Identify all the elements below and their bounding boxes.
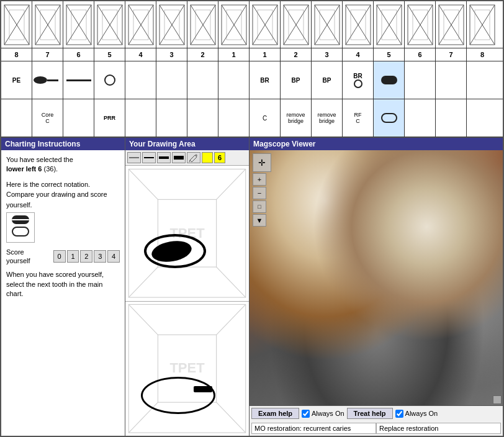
svg-line-61	[315, 5, 327, 25]
status-c[interactable]: C	[250, 99, 281, 137]
svg-line-68	[358, 5, 371, 25]
status-cell-pe[interactable]: PE	[1, 61, 32, 99]
status-cell-br-left[interactable]: BR	[250, 61, 281, 99]
tooth-cell-14[interactable]	[405, 1, 436, 48]
num-7r[interactable]: 7	[436, 48, 467, 61]
status-cell-highlighted[interactable]	[374, 61, 405, 99]
treat-always-on-checkbox[interactable]	[395, 410, 403, 418]
score-btn-4[interactable]: 4	[107, 250, 120, 263]
num-6r[interactable]: 6	[405, 48, 436, 61]
tooth-cell-7[interactable]	[187, 1, 218, 48]
nav-square-btn[interactable]: □	[253, 200, 266, 213]
svg-line-33	[160, 25, 172, 45]
svg-line-103	[217, 169, 246, 199]
status-2-6[interactable]	[156, 99, 187, 137]
num-7l[interactable]: 7	[32, 48, 63, 61]
drawing-content[interactable]: TPET TPET	[125, 166, 249, 436]
score-btn-1[interactable]: 1	[67, 250, 79, 263]
status-remove-bridge2[interactable]: remove bridge	[312, 99, 343, 137]
status-cell-15[interactable]	[436, 61, 467, 99]
tooth-cell-12[interactable]	[343, 1, 374, 48]
num-8r[interactable]: 8	[467, 48, 498, 61]
num-1l[interactable]: 1	[218, 48, 250, 61]
perspective-lines-top	[125, 166, 249, 301]
status-cell-oval-dark[interactable]	[32, 61, 63, 99]
status-cell-br-right[interactable]: BR	[343, 61, 374, 99]
num-3l[interactable]: 3	[156, 48, 187, 61]
status-2-8[interactable]	[218, 99, 250, 137]
status-core-c[interactable]: Core C	[32, 99, 63, 137]
svg-line-10	[48, 25, 60, 45]
status-2-1[interactable]	[1, 99, 32, 137]
tooth-cell-1[interactable]	[1, 1, 32, 48]
num-2l[interactable]: 2	[187, 48, 218, 61]
svg-line-92	[482, 5, 495, 25]
status-2-7[interactable]	[187, 99, 218, 137]
status-cell-5[interactable]	[125, 61, 156, 99]
nav-minus-btn[interactable]: −	[253, 187, 266, 199]
nav-cross-btn[interactable]: ✛	[253, 153, 271, 172]
num-6l[interactable]: 6	[63, 48, 94, 61]
svg-line-32	[172, 5, 184, 25]
status-2-3[interactable]	[63, 99, 94, 137]
score-btn-3[interactable]: 3	[94, 250, 106, 263]
tooth-cell-10[interactable]	[281, 1, 312, 48]
status-cell-16[interactable]	[467, 61, 498, 99]
nav-plus-btn[interactable]: +	[253, 173, 266, 186]
status-cell-7[interactable]	[187, 61, 218, 99]
status-cell-bp1[interactable]: BP	[281, 61, 312, 99]
tooth-cell-2[interactable]	[32, 1, 63, 48]
magscope-resize-handle[interactable]	[493, 395, 502, 404]
exam-always-on-checkbox[interactable]	[302, 410, 310, 418]
tooth-cell-6[interactable]	[156, 1, 187, 48]
tooth-cell-8[interactable]	[218, 1, 250, 48]
tool-thick-line[interactable]	[157, 152, 171, 163]
tooth-cell-13[interactable]	[374, 1, 405, 48]
status-cell-circle[interactable]	[94, 61, 125, 99]
tooth-cell-16[interactable]	[467, 1, 498, 48]
num-5l[interactable]: 5	[94, 48, 125, 61]
status-cell-8[interactable]	[218, 61, 250, 99]
num-3r[interactable]: 3	[312, 48, 343, 61]
tooth-cell-3[interactable]	[63, 1, 94, 48]
status-2-14[interactable]	[405, 99, 436, 137]
num-4l[interactable]: 4	[125, 48, 156, 61]
tool-medium-line[interactable]	[142, 152, 156, 163]
score-btn-0[interactable]: 0	[53, 250, 66, 263]
tool-thin-line[interactable]	[127, 152, 141, 163]
color-number-badge[interactable]: 6	[214, 152, 225, 163]
status-rf-c[interactable]: RF C	[343, 99, 374, 137]
tooth-cell-15[interactable]	[436, 1, 467, 48]
num-8l[interactable]: 8	[1, 48, 32, 61]
status-oval-outline[interactable]	[374, 99, 405, 137]
num-1r[interactable]: 1	[250, 48, 281, 61]
svg-line-102	[128, 169, 158, 199]
num-4r[interactable]: 4	[343, 48, 374, 61]
status-prr[interactable]: PRR	[94, 99, 125, 137]
svg-line-104	[128, 267, 158, 297]
tool-pencil[interactable]	[187, 152, 200, 163]
tooth-cell-9[interactable]	[250, 1, 281, 48]
treat-checkbox-group: Always On	[395, 410, 438, 418]
status-cell-6[interactable]	[156, 61, 187, 99]
status-cell-line[interactable]	[63, 61, 94, 99]
status-2-15[interactable]	[436, 99, 467, 137]
treat-help-btn[interactable]: Treat help	[347, 408, 393, 419]
score-btn-2[interactable]: 2	[80, 250, 92, 263]
tooth-cell-4[interactable]	[94, 1, 125, 48]
num-5r[interactable]: 5	[374, 48, 405, 61]
color-yellow-box[interactable]	[202, 152, 213, 163]
num-2r[interactable]: 2	[281, 48, 312, 61]
svg-line-57	[284, 25, 296, 45]
tool-thickest-line[interactable]	[172, 152, 186, 163]
tooth-cell-11[interactable]	[312, 1, 343, 48]
tooth-cell-5[interactable]	[125, 1, 156, 48]
status-2-5[interactable]	[125, 99, 156, 137]
nav-down-btn[interactable]: ▼	[253, 214, 266, 227]
status-remove-bridge1[interactable]: remove bridge	[281, 99, 312, 137]
svg-line-8	[48, 5, 60, 25]
status-cell-14[interactable]	[405, 61, 436, 99]
status-2-16[interactable]	[467, 99, 498, 137]
status-cell-bp2[interactable]: BP	[312, 61, 343, 99]
exam-help-btn[interactable]: Exam help	[251, 408, 299, 419]
